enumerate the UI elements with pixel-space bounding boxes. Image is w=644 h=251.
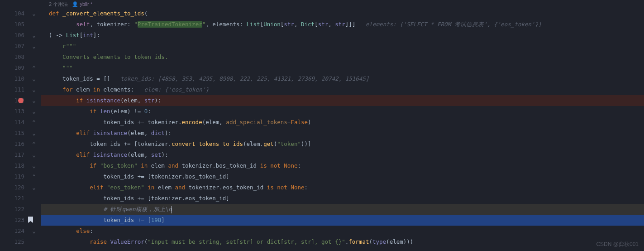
code-line[interactable]: self, tokenizer: "PreTrainedTokenizer", … bbox=[41, 19, 644, 30]
code-line[interactable]: if "bos_token" in elem and tokenizer.bos… bbox=[41, 160, 644, 171]
bookmark-icon[interactable] bbox=[28, 217, 33, 223]
line-number[interactable]: 104 bbox=[0, 8, 24, 19]
code-line[interactable]: for elem in elements: elem: {'eos_token'… bbox=[41, 84, 644, 95]
code-line[interactable]: elif isinstance(elem, dict): bbox=[41, 128, 644, 139]
gutter: 104 105 106 107 108 109 110 111 112 113 … bbox=[0, 0, 41, 251]
fold-handle-end[interactable]: ⌃ bbox=[31, 139, 37, 150]
fold-handle[interactable]: ⌄ bbox=[31, 30, 37, 41]
code-line[interactable]: """ bbox=[41, 63, 644, 73]
fold-handle[interactable]: ⌄ bbox=[31, 106, 37, 117]
fold-handle[interactable]: ⌄ bbox=[31, 128, 37, 139]
line-number[interactable]: 120 bbox=[0, 182, 24, 193]
inlay-hint: token_ids: [4858, 353, 4295, 8908, 222, … bbox=[120, 75, 369, 82]
code-line[interactable]: ) -> List[int]: bbox=[41, 30, 644, 41]
code-line[interactable]: def _convert_elements_to_ids( bbox=[41, 8, 644, 19]
breakpoint-icon[interactable] bbox=[18, 98, 24, 103]
line-number[interactable]: 105 bbox=[0, 19, 24, 30]
code-line[interactable]: elif isinstance(elem, set): bbox=[41, 150, 644, 160]
line-number[interactable]: 106 bbox=[0, 30, 24, 41]
code-line[interactable]: token_ids += [tokenizer.bos_token_id] bbox=[41, 171, 644, 182]
line-number[interactable]: 116 bbox=[0, 139, 24, 150]
code-line[interactable]: else: bbox=[41, 226, 644, 237]
line-number[interactable]: 111 bbox=[0, 84, 24, 95]
editor-viewport: 2 个用法 👤 yblir * 104 105 106 107 108 109 … bbox=[0, 0, 644, 251]
line-number[interactable]: 125 bbox=[0, 237, 24, 247]
line-number[interactable]: 107 bbox=[0, 41, 24, 52]
code-line[interactable]: token_ids = [] token_ids: [4858, 353, 42… bbox=[41, 73, 644, 84]
code-line[interactable]: r""" bbox=[41, 41, 644, 52]
line-number[interactable]: 123 bbox=[0, 215, 24, 226]
fold-handle[interactable]: ⌄ bbox=[31, 160, 37, 171]
text-caret bbox=[172, 206, 172, 213]
code-line-breakpoint[interactable]: if isinstance(elem, str): bbox=[41, 95, 644, 106]
line-number[interactable]: 115 bbox=[0, 128, 24, 139]
line-number[interactable]: 108 bbox=[0, 52, 24, 63]
code-line[interactable]: Converts elements to token ids. bbox=[41, 52, 644, 63]
watermark: CSDN @弈秋001 bbox=[596, 241, 639, 248]
fold-handle[interactable]: ⌄ bbox=[31, 150, 37, 160]
code-line[interactable]: token_ids += [tokenizer.convert_tokens_t… bbox=[41, 139, 644, 150]
code-line[interactable]: elif "eos_token" in elem and tokenizer.e… bbox=[41, 182, 644, 193]
code-line[interactable]: raise ValueError("Input must be string, … bbox=[41, 237, 644, 247]
code-line[interactable]: if len(elem) != 0: bbox=[41, 106, 644, 117]
line-number[interactable]: 118 bbox=[0, 160, 24, 171]
line-number[interactable]: 114 bbox=[0, 117, 24, 128]
code-line-caret[interactable]: # 针对qwen模板，加上\n bbox=[41, 204, 644, 215]
fold-handle-end[interactable]: ⌃ bbox=[31, 63, 37, 73]
fold-handle[interactable]: ⌄ bbox=[31, 73, 37, 84]
code-area[interactable]: def _convert_elements_to_ids( self, toke… bbox=[41, 0, 644, 251]
line-number[interactable]: 122 bbox=[0, 204, 24, 215]
code-line[interactable]: token_ids += [tokenizer.eos_token_id] bbox=[41, 193, 644, 204]
fold-handle[interactable]: ⌄ bbox=[31, 226, 37, 237]
line-number[interactable]: 113 bbox=[0, 106, 24, 117]
line-number[interactable]: 117 bbox=[0, 150, 24, 160]
inlay-hint: elem: {'eos_token'} bbox=[144, 86, 209, 93]
line-number[interactable]: 109 bbox=[0, 63, 24, 73]
fold-handle[interactable]: ⌄ bbox=[31, 182, 37, 193]
line-number[interactable]: 124 bbox=[0, 226, 24, 237]
fold-handle-end[interactable]: ⌃ bbox=[31, 171, 37, 182]
code-line[interactable]: token_ids += tokenizer.encode(elem, add_… bbox=[41, 117, 644, 128]
fold-handle-end[interactable]: ⌃ bbox=[31, 117, 37, 128]
line-number[interactable]: 121 bbox=[0, 193, 24, 204]
line-number[interactable]: 110 bbox=[0, 73, 24, 84]
fold-handle[interactable]: ⌄ bbox=[31, 41, 37, 52]
line-number[interactable]: 119 bbox=[0, 171, 24, 182]
fold-handle[interactable]: ⌄ bbox=[31, 95, 37, 106]
inlay-hint: elements: ['SELECT * FROM 考试信息表', {'eos_… bbox=[366, 21, 542, 28]
code-line-selected[interactable]: token_ids += [198] bbox=[41, 215, 644, 226]
fold-handle[interactable]: ⌄ bbox=[31, 8, 37, 19]
fold-handle[interactable]: ⌄ bbox=[31, 84, 37, 95]
